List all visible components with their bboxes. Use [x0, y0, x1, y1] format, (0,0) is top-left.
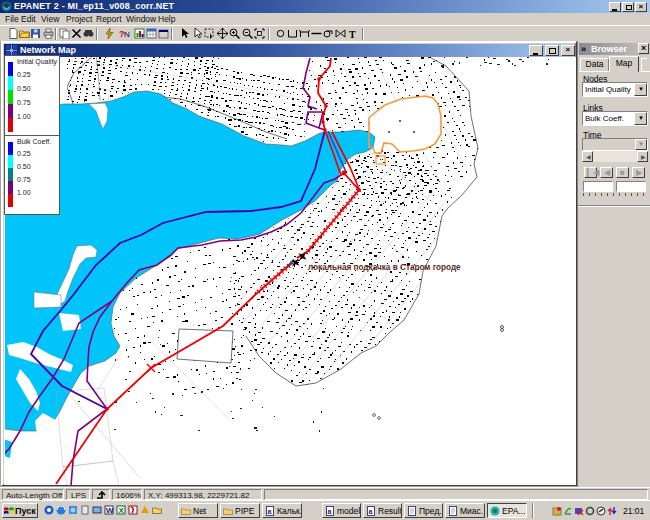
svg-text:a: a [328, 508, 332, 515]
svg-text:N: N [124, 30, 130, 39]
svg-text:a: a [268, 508, 272, 515]
svg-text:локальная подкачка в Старом го: локальная подкачка в Старом городе [308, 263, 461, 272]
svg-text:W: W [106, 506, 114, 515]
svg-text:a: a [369, 508, 373, 515]
svg-text:T: T [349, 29, 356, 40]
svg-text:X: X [119, 506, 125, 515]
